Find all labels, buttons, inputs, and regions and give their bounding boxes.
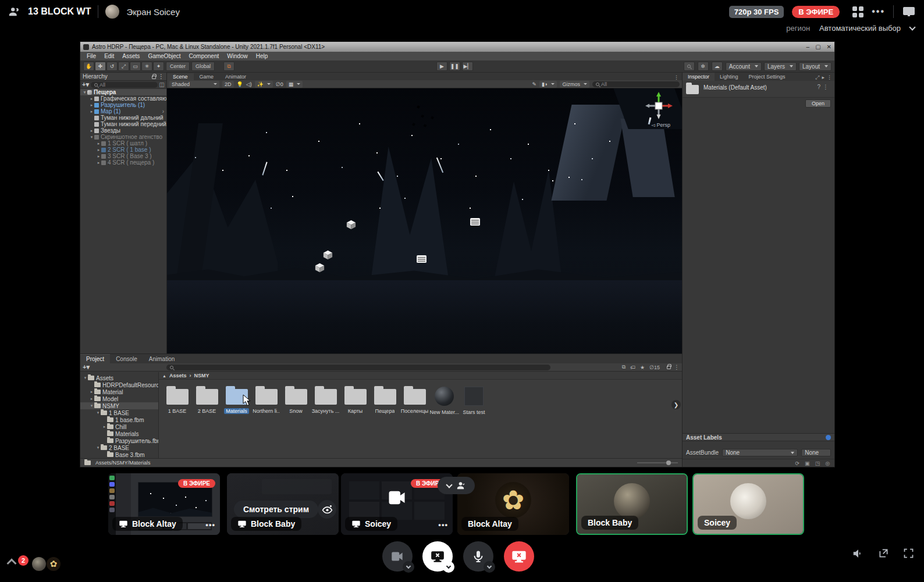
participant-tile-soicey[interactable]: Soicey [692, 473, 804, 535]
thumbnail-size-slider[interactable] [637, 462, 678, 463]
account-dropdown[interactable]: Account [726, 62, 762, 71]
preview-stream-button[interactable] [318, 500, 336, 519]
hierarchy-item[interactable]: ▸3 SCR ( Base 3 ) [80, 153, 166, 159]
hidden-count-icon[interactable]: ∅15 [649, 365, 660, 370]
menu-assets[interactable]: Assets [118, 53, 144, 59]
scene-viewport[interactable]: ◅ Persp [167, 88, 682, 354]
menu-file[interactable]: File [83, 53, 100, 59]
search-by-type-icon[interactable]: ⧉ [622, 364, 626, 370]
persp-label[interactable]: ◅ Persp [651, 122, 670, 128]
breadcrumb-nsmy[interactable]: NSMY [194, 373, 209, 379]
project-tree-item[interactable]: ▸Material [80, 388, 158, 395]
region-selector[interactable]: регион Автоматический выбор [786, 24, 915, 33]
rotate-tool-icon[interactable]: ↺ [106, 62, 118, 71]
scroll-right-icon[interactable]: ❯ [671, 400, 681, 409]
asset-snow[interactable]: Snow [281, 385, 311, 415]
custom-tool-icon[interactable]: ✦ [153, 62, 164, 71]
hierarchy-item[interactable]: ▸Звезды [80, 127, 166, 134]
lock-icon[interactable] [152, 76, 156, 79]
breadcrumb-assets[interactable]: Assets [169, 373, 187, 379]
menu-component[interactable]: Component [185, 53, 223, 59]
camera-button[interactable] [382, 541, 413, 572]
project-tree-item[interactable]: ▾Assets [80, 374, 158, 381]
cube-gizmo-icon[interactable] [346, 220, 356, 231]
hierarchy-item[interactable]: ▸Графическая составляю [80, 95, 166, 102]
participants-overflow[interactable]: 2 ✿ [0, 541, 70, 574]
rect-tool-icon[interactable]: ▭ [130, 62, 141, 71]
scene-audio-icon[interactable]: ◁) [246, 81, 252, 87]
gizmos-dropdown[interactable]: Gizmos [560, 81, 589, 88]
watch-stream-button[interactable]: Смотреть стрим [234, 501, 318, 518]
volume-icon[interactable] [852, 547, 865, 560]
tile-options-icon[interactable]: ••• [205, 520, 215, 529]
hidden-objects-icon[interactable]: ∅0 [276, 81, 283, 87]
assetbundle-dropdown[interactable]: None [722, 449, 798, 456]
kebab-icon[interactable]: ⋮ [674, 364, 680, 370]
material-gizmo-icon[interactable] [416, 255, 427, 265]
tab-game[interactable]: Game [194, 73, 220, 80]
project-tree-item[interactable]: ▾NSMY [80, 402, 158, 409]
effects-dropdown[interactable]: ✨ [255, 81, 273, 88]
open-button[interactable]: Open [805, 99, 831, 108]
tab-project-settings[interactable]: Project Settings [744, 73, 791, 81]
tile-options-icon[interactable]: ••• [438, 520, 448, 529]
kebab-icon[interactable]: ⋮ [671, 74, 682, 80]
lock-icon[interactable] [667, 366, 671, 369]
maximize-icon[interactable]: ▢ [815, 44, 820, 50]
collapse-icon[interactable]: ▲ [162, 374, 166, 378]
tab-lighting[interactable]: Lighting [715, 73, 744, 81]
scene-orientation-gizmo[interactable] [644, 91, 674, 121]
project-tree-item[interactable]: Materials [80, 430, 158, 437]
pivot-global-button[interactable]: Global [191, 62, 215, 71]
hierarchy-item[interactable]: ▸1 SCR ( шатл ) [80, 140, 166, 147]
scene-light-icon[interactable]: 💡 [237, 81, 243, 87]
asset-stars-test[interactable]: Stars test [459, 385, 489, 415]
asset-поселенцы[interactable]: Поселенцы [400, 385, 429, 415]
project-tree-item[interactable]: ▾2 BASE [80, 444, 158, 451]
kebab-icon[interactable]: ⋮ [158, 73, 164, 80]
search-by-label-icon[interactable]: 🏷 [630, 365, 635, 370]
asset-northern-li-[interactable]: Northern li.. [251, 385, 281, 415]
hierarchy-item[interactable]: ▸Разрушитель (1) [80, 102, 166, 108]
add-gameobject-button[interactable]: +▾ [82, 81, 89, 88]
screenshare-button[interactable] [422, 541, 453, 572]
scene-picker-icon[interactable]: ◫ [159, 81, 165, 88]
help-icon[interactable]: ? [817, 84, 820, 90]
participant-tile-block-altay[interactable]: В ЭФИРЕBlock Altay••• [108, 473, 220, 535]
grid-snap-icon[interactable]: ⧉ [223, 62, 234, 71]
hierarchy-item[interactable]: ▾Скриншотное агенство [80, 134, 166, 140]
search-everything-icon[interactable] [684, 62, 695, 71]
layers-dropdown[interactable]: Layers [764, 62, 797, 71]
project-tree-item[interactable]: Разрушитель.fbm [80, 437, 158, 444]
menu-window[interactable]: Window [223, 53, 252, 59]
hierarchy-item[interactable]: ▾Пещера [80, 89, 166, 95]
project-tree-item[interactable]: 1 base.fbm [80, 416, 158, 423]
menu-help[interactable]: Help [252, 53, 272, 59]
hide-members-pill[interactable] [438, 477, 475, 494]
tab-scene[interactable]: Scene [167, 73, 194, 80]
panel-icon[interactable]: ▸ [822, 74, 825, 81]
panel-icon[interactable]: ⋮ [827, 74, 832, 81]
mini-avatar-photo[interactable] [32, 557, 46, 571]
participant-tile-soicey[interactable]: В ЭФИРЕSoicey••• [341, 473, 453, 535]
hierarchy-item[interactable]: Туман нижний передний [80, 121, 166, 127]
hand-tool-icon[interactable]: ✋ [83, 62, 94, 71]
tab-animation[interactable]: Animation [143, 355, 180, 363]
microphone-options-chevron[interactable] [484, 561, 495, 573]
play-button[interactable]: ▶ [436, 62, 447, 71]
package-icon[interactable]: ▣ [805, 460, 810, 466]
camera-dropdown[interactable]: ▮◗ [539, 81, 557, 88]
fullscreen-icon[interactable] [902, 547, 915, 559]
project-tree-item[interactable]: Base 3.fbm [80, 451, 158, 458]
layout-dropdown[interactable]: Layout [799, 62, 831, 71]
transform-tool-icon[interactable]: ✳ [141, 62, 152, 71]
asset-карты[interactable]: Карты [340, 385, 370, 415]
shading-dropdown[interactable]: Shaded [169, 81, 219, 88]
hierarchy-item[interactable]: Туман нижний дальний [80, 115, 166, 121]
move-tool-icon[interactable]: ✛ [95, 62, 106, 71]
cube-gizmo-icon[interactable] [323, 250, 333, 261]
pause-button[interactable]: ❚❚ [449, 62, 460, 71]
grid-visibility-dropdown[interactable]: ▦ [286, 81, 303, 88]
more-options-icon[interactable]: ••• [872, 6, 885, 17]
scale-tool-icon[interactable]: ⤢ [118, 62, 129, 71]
